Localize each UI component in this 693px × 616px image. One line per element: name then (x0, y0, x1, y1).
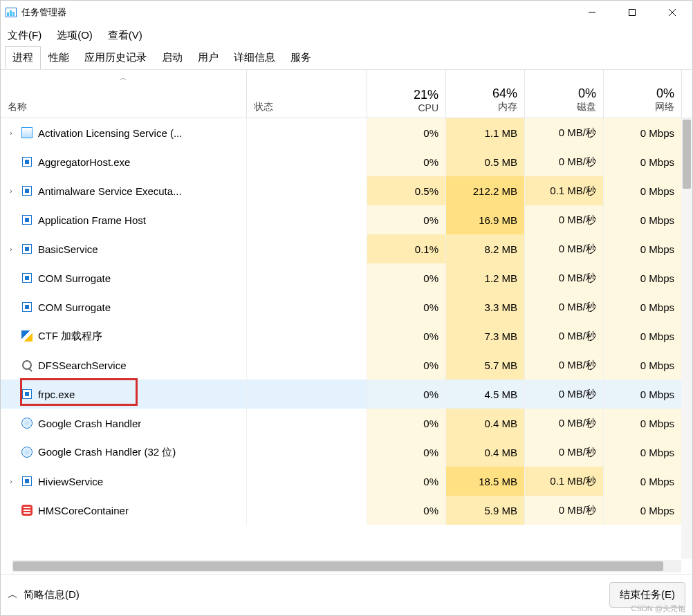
column-header-memory[interactable]: 64% 内存 (446, 70, 525, 118)
cell-name: ›Antimalware Service Executa... (1, 176, 247, 205)
process-name: Activation Licensing Service (... (38, 127, 182, 139)
table-row[interactable]: HMSCoreContainer0%5.9 MB0 MB/秒0 Mbps (1, 496, 692, 525)
menu-options[interactable]: 选项(O) (57, 29, 93, 42)
process-name: DFSSearchService (38, 360, 127, 371)
cell-status (247, 176, 367, 205)
tab-5[interactable]: 详细信息 (226, 46, 283, 69)
table-row[interactable]: Google Crash Handler0%0.4 MB0 MB/秒0 Mbps (1, 409, 692, 438)
cell-name: Google Crash Handler (32 位) (1, 438, 247, 467)
cell-status (247, 438, 367, 467)
sort-arrow-icon: ︿ (120, 73, 127, 83)
cell-memory: 4.5 MB (446, 380, 525, 409)
vertical-scrollbar[interactable] (681, 118, 692, 559)
minimize-button[interactable] (572, 1, 612, 24)
cell-memory: 1.2 MB (446, 263, 525, 292)
process-name: Application Frame Host (38, 214, 146, 226)
table-row[interactable]: frpc.exe0%4.5 MB0 MB/秒0 Mbps (1, 380, 692, 409)
cell-memory: 5.9 MB (446, 496, 525, 525)
tab-0[interactable]: 进程 (5, 46, 41, 69)
table-row[interactable]: ›Antimalware Service Executa...0.5%212.2… (1, 176, 692, 205)
menu-view[interactable]: 查看(V) (108, 29, 142, 42)
cell-status (247, 147, 367, 176)
table-row[interactable]: ›HiviewService0%18.5 MB0.1 MB/秒0 Mbps (1, 467, 692, 496)
menu-file[interactable]: 文件(F) (8, 29, 41, 42)
cell-disk: 0 MB/秒 (525, 496, 604, 525)
table-row[interactable]: DFSSearchService0%5.7 MB0 MB/秒0 Mbps (1, 351, 692, 380)
table-row[interactable]: AggregatorHost.exe0%0.5 MB0 MB/秒0 Mbps (1, 147, 692, 176)
expand-icon[interactable]: › (6, 129, 16, 137)
table-row[interactable]: COM Surrogate0%3.3 MB0 MB/秒0 Mbps (1, 292, 692, 321)
tab-1[interactable]: 性能 (41, 46, 77, 69)
cell-cpu: 0% (367, 118, 446, 147)
cell-memory: 0.5 MB (446, 147, 525, 176)
cell-disk: 0 MB/秒 (525, 147, 604, 176)
cell-memory: 18.5 MB (446, 467, 525, 496)
cell-name: ›Activation Licensing Service (... (1, 118, 247, 147)
cell-disk: 0 MB/秒 (525, 321, 604, 351)
scrollbar-thumb[interactable] (683, 120, 691, 189)
process-icon (20, 416, 34, 430)
table-row[interactable]: Application Frame Host0%16.9 MB0 MB/秒0 M… (1, 205, 692, 234)
table-row[interactable]: CTF 加载程序0%7.3 MB0 MB/秒0 Mbps (1, 321, 692, 351)
cell-network: 0 Mbps (604, 409, 682, 438)
column-header-network[interactable]: 0% 网络 (604, 70, 682, 118)
fewer-details-toggle[interactable]: ︿ 简略信息(D) (8, 588, 80, 601)
expand-icon[interactable]: › (6, 245, 16, 253)
cell-memory: 3.3 MB (446, 292, 525, 321)
cell-status (247, 263, 367, 292)
column-header-cpu[interactable]: 21% CPU (367, 70, 446, 118)
cell-name: AggregatorHost.exe (1, 147, 247, 176)
scrollbar-thumb-h[interactable] (13, 561, 663, 571)
cell-cpu: 0% (367, 467, 446, 496)
tabs: 进程性能应用历史记录启动用户详细信息服务 (1, 46, 692, 70)
cell-network: 0 Mbps (604, 380, 682, 409)
maximize-button[interactable] (612, 1, 652, 24)
expand-icon[interactable]: › (6, 187, 16, 195)
cell-network: 0 Mbps (604, 205, 682, 234)
task-manager-window: 任务管理器 文件(F) 选项(O) 查看(V) 进程性能应用历史记录启动用户详细… (0, 0, 693, 616)
cell-network: 0 Mbps (604, 147, 682, 176)
close-icon (668, 8, 676, 17)
cell-memory: 7.3 MB (446, 321, 525, 351)
titlebar[interactable]: 任务管理器 (1, 1, 692, 24)
cell-network: 0 Mbps (604, 496, 682, 525)
process-table-body: ›Activation Licensing Service (...0%1.1 … (1, 118, 692, 559)
cell-name: Google Crash Handler (1, 409, 247, 438)
cell-disk: 0.1 MB/秒 (525, 176, 604, 205)
tab-3[interactable]: 启动 (154, 46, 190, 69)
process-name: HMSCoreContainer (38, 505, 129, 516)
cell-name: COM Surrogate (1, 263, 247, 292)
cell-cpu: 0% (367, 205, 446, 234)
column-header-name[interactable]: ︿ 名称 (1, 70, 247, 118)
cell-status (247, 409, 367, 438)
table-row[interactable]: ›BasicService0.1%8.2 MB0 MB/秒0 Mbps (1, 234, 692, 263)
cell-network: 0 Mbps (604, 321, 682, 351)
cell-cpu: 0% (367, 438, 446, 467)
tab-6[interactable]: 服务 (283, 46, 319, 69)
process-name: BasicService (38, 243, 98, 255)
process-icon (20, 300, 34, 314)
cell-cpu: 0% (367, 351, 446, 380)
cell-network: 0 Mbps (604, 292, 682, 321)
close-button[interactable] (652, 1, 692, 24)
column-header-status[interactable]: 状态 (247, 70, 367, 118)
process-icon (20, 445, 34, 459)
table-row[interactable]: ›Activation Licensing Service (...0%1.1 … (1, 118, 692, 147)
cell-network: 0 Mbps (604, 351, 682, 380)
process-name: COM Surrogate (38, 301, 111, 313)
cell-status (247, 380, 367, 409)
process-icon (20, 503, 34, 517)
cell-disk: 0 MB/秒 (525, 263, 604, 292)
horizontal-scrollbar[interactable] (12, 560, 681, 572)
cell-memory: 0.4 MB (446, 409, 525, 438)
column-header-disk[interactable]: 0% 磁盘 (525, 70, 604, 118)
expand-icon[interactable]: › (6, 478, 16, 485)
cell-memory: 16.9 MB (446, 205, 525, 234)
tab-4[interactable]: 用户 (190, 46, 226, 69)
cell-cpu: 0% (367, 321, 446, 351)
table-row[interactable]: COM Surrogate0%1.2 MB0 MB/秒0 Mbps (1, 263, 692, 292)
cell-memory: 0.4 MB (446, 438, 525, 467)
tab-2[interactable]: 应用历史记录 (77, 46, 154, 69)
table-row[interactable]: Google Crash Handler (32 位)0%0.4 MB0 MB/… (1, 438, 692, 467)
app-icon (5, 6, 17, 19)
